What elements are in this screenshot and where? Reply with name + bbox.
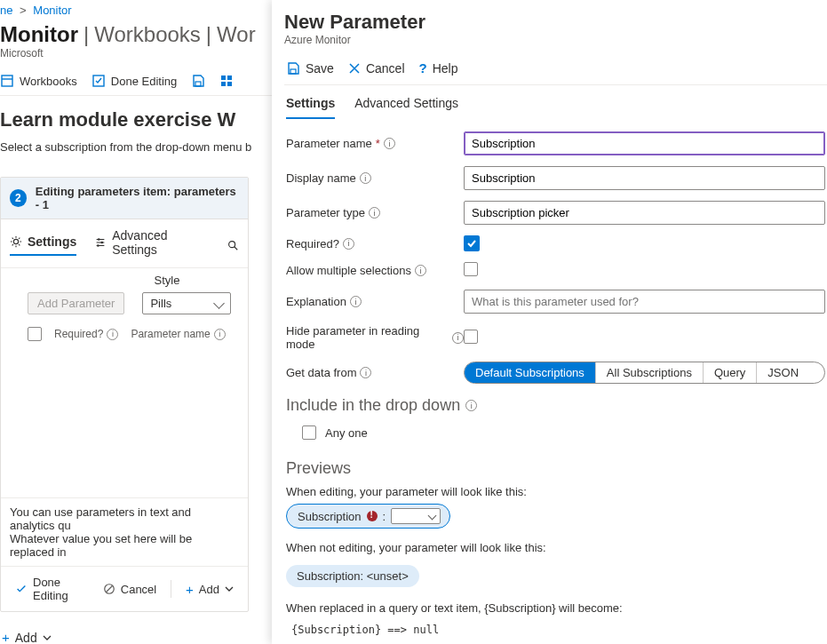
svg-rect-4 xyxy=(227,76,232,80)
gear-icon xyxy=(10,235,22,248)
param-name-input[interactable] xyxy=(464,131,825,155)
toolbar-workbooks-label: Workbooks xyxy=(20,75,77,88)
info-icon[interactable]: i xyxy=(214,329,226,340)
th-required: Required? xyxy=(54,328,103,340)
grid-icon xyxy=(219,74,234,88)
pill-json[interactable]: JSON xyxy=(756,362,809,383)
step-header: 2 Editing parameters item: parameters - … xyxy=(1,178,248,219)
add-button[interactable]: + Add xyxy=(180,578,239,600)
hide-param-label: Hide parameter in reading mode i xyxy=(286,324,464,351)
breadcrumb-monitor[interactable]: Monitor xyxy=(33,4,71,17)
svg-rect-13 xyxy=(290,69,296,74)
info-icon[interactable]: i xyxy=(415,265,426,276)
svg-rect-3 xyxy=(221,76,226,80)
add-parameter-button[interactable]: Add Parameter xyxy=(28,292,124,314)
preview-code: {Subscription} ==> null xyxy=(286,620,825,640)
svg-rect-5 xyxy=(221,82,226,86)
step-badge: 2 xyxy=(10,189,27,207)
panel-save-label: Save xyxy=(306,61,334,76)
breadcrumb-sep: > xyxy=(20,4,27,17)
step-tab-settings-label: Settings xyxy=(28,235,76,249)
step-tab-settings[interactable]: Settings xyxy=(10,235,76,256)
include-anyone-label: Any one xyxy=(325,426,368,440)
allow-multi-checkbox[interactable] xyxy=(464,262,478,276)
param-table-header: Required? i Parameter name i xyxy=(1,322,248,346)
info-icon[interactable]: i xyxy=(360,172,371,184)
info-icon[interactable]: i xyxy=(107,329,118,340)
toolbar-save[interactable] xyxy=(191,74,205,88)
svg-rect-2 xyxy=(195,82,201,86)
save-icon xyxy=(286,61,300,76)
preview-editing-pill[interactable]: Subscription : xyxy=(286,504,450,529)
explanation-label: Explanation i xyxy=(286,295,464,308)
sliders-icon xyxy=(94,236,107,249)
pill-query[interactable]: Query xyxy=(703,362,756,383)
book-icon xyxy=(0,74,14,88)
info-icon[interactable]: i xyxy=(384,138,395,149)
footer-add-label: Add xyxy=(15,631,37,645)
cancel-label: Cancel xyxy=(121,583,156,596)
panel-form: Parameter name* i Display name i Paramet… xyxy=(284,119,827,640)
panel-cancel-button[interactable]: Cancel xyxy=(348,60,405,76)
step-tab-advanced[interactable]: Advanced Settings xyxy=(94,228,209,262)
hint-text: You can use parameters in text and analy… xyxy=(1,497,248,566)
pill-default-subscriptions[interactable]: Default Subscriptions xyxy=(465,362,595,383)
panel-save-button[interactable]: Save xyxy=(286,60,334,76)
param-table-body-empty xyxy=(1,346,248,497)
cancel-button[interactable]: Cancel xyxy=(98,579,162,600)
include-anyone-checkbox[interactable] xyxy=(302,425,316,440)
svg-rect-0 xyxy=(2,76,12,86)
hide-param-checkbox[interactable] xyxy=(464,330,478,344)
parameters-step-panel: 2 Editing parameters item: parameters - … xyxy=(0,177,249,612)
explanation-input[interactable] xyxy=(464,290,825,314)
info-icon[interactable]: i xyxy=(343,238,354,250)
error-icon xyxy=(367,511,378,521)
info-icon[interactable]: i xyxy=(452,332,464,344)
param-controls-row: Add Parameter Pills xyxy=(1,290,248,322)
save-icon xyxy=(191,74,205,88)
param-type-select[interactable] xyxy=(464,201,825,225)
param-type-label: Parameter type i xyxy=(286,206,464,219)
page-title-trunc: Wor xyxy=(217,22,256,47)
hint-line-1: You can use parameters in text and analy… xyxy=(10,505,239,532)
check-icon xyxy=(15,583,28,595)
step-tabs: Settings Advanced Settings xyxy=(1,219,248,268)
preview-pill-dropdown[interactable] xyxy=(391,508,441,524)
done-editing-button[interactable]: Done Editing xyxy=(10,572,92,606)
preview-pill-label: Subscription xyxy=(298,510,362,523)
required-checkbox[interactable] xyxy=(464,235,480,251)
info-icon[interactable]: i xyxy=(465,400,477,411)
search-icon[interactable] xyxy=(227,239,239,251)
hint-line-2: Whatever value you set here will be repl… xyxy=(10,532,239,559)
panel-help-button[interactable]: ? Help xyxy=(419,60,458,76)
get-data-pill-group: Default Subscriptions All Subscriptions … xyxy=(464,362,825,384)
preview-editing-text: When editing, your parameter will look l… xyxy=(286,485,825,498)
step-tab-advanced-label: Advanced Settings xyxy=(112,228,209,257)
close-icon xyxy=(348,62,361,75)
new-parameter-panel: New Parameter Azure Monitor Save Cancel … xyxy=(272,0,827,644)
select-all-checkbox[interactable] xyxy=(28,327,42,341)
pill-all-subscriptions[interactable]: All Subscriptions xyxy=(595,362,703,383)
toolbar-more[interactable] xyxy=(219,74,234,88)
breadcrumb-home[interactable]: ne xyxy=(0,4,12,17)
panel-tab-advanced[interactable]: Advanced Settings xyxy=(354,96,458,119)
plus-icon: + xyxy=(2,630,10,644)
info-icon[interactable]: i xyxy=(360,367,371,378)
chevron-down-icon xyxy=(225,584,234,593)
toolbar-done-editing[interactable]: Done Editing xyxy=(91,74,177,88)
chevron-down-icon xyxy=(43,633,52,642)
style-select[interactable]: Pills xyxy=(142,292,231,314)
prohibit-icon xyxy=(103,583,115,595)
toolbar-workbooks[interactable]: Workbooks xyxy=(0,74,77,88)
display-name-input[interactable] xyxy=(464,166,825,190)
done-editing-label: Done Editing xyxy=(33,576,87,602)
display-name-label: Display name i xyxy=(286,171,464,185)
svg-point-7 xyxy=(13,239,18,243)
svg-point-11 xyxy=(229,242,235,248)
include-section-header: Include in the drop down i xyxy=(286,396,825,415)
panel-tab-settings[interactable]: Settings xyxy=(286,96,335,119)
info-icon[interactable]: i xyxy=(369,207,380,219)
step-header-text: Editing parameters item: parameters - 1 xyxy=(36,185,239,211)
info-icon[interactable]: i xyxy=(350,296,362,307)
col-style-label: Style xyxy=(155,274,180,287)
